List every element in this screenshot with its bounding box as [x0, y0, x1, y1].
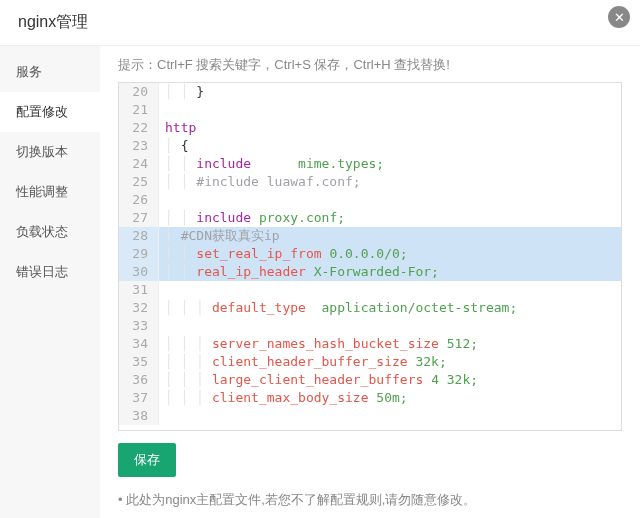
code-content: │ │ include proxy.conf;: [159, 209, 621, 227]
footer-note: 此处为nginx主配置文件,若您不了解配置规则,请勿随意修改。: [118, 491, 622, 509]
code-line[interactable]: 30│ │ real_ip_header X-Forwarded-For;: [119, 263, 621, 281]
sidebar-item[interactable]: 错误日志: [0, 252, 100, 292]
code-content: [159, 101, 621, 119]
code-line[interactable]: 34│ │ │ server_names_hash_bucket_size 51…: [119, 335, 621, 353]
line-number: 27: [119, 209, 159, 227]
code-content: │ │ │ client_header_buffer_size 32k;: [159, 353, 621, 371]
line-number: 20: [119, 83, 159, 101]
code-line[interactable]: 22http: [119, 119, 621, 137]
sidebar-item[interactable]: 性能调整: [0, 172, 100, 212]
line-number: 38: [119, 407, 159, 425]
code-line[interactable]: 26: [119, 191, 621, 209]
code-content: │ │ │ server_names_hash_bucket_size 512;: [159, 335, 621, 353]
code-line[interactable]: 20│ │ }: [119, 83, 621, 101]
code-content: [159, 191, 621, 209]
code-line[interactable]: 29│ │ set_real_ip_from 0.0.0.0/0;: [119, 245, 621, 263]
code-line[interactable]: 38: [119, 407, 621, 425]
code-line[interactable]: 36│ │ │ large_client_header_buffers 4 32…: [119, 371, 621, 389]
line-number: 29: [119, 245, 159, 263]
code-line[interactable]: 37│ │ │ client_max_body_size 50m;: [119, 389, 621, 407]
line-number: 23: [119, 137, 159, 155]
sidebar-item[interactable]: 服务: [0, 52, 100, 92]
sidebar: 服务配置修改切换版本性能调整负载状态错误日志: [0, 46, 100, 518]
line-number: 22: [119, 119, 159, 137]
main-panel: 提示：Ctrl+F 搜索关键字，Ctrl+S 保存，Ctrl+H 查找替换! 2…: [100, 46, 640, 518]
code-line[interactable]: 31: [119, 281, 621, 299]
line-number: 31: [119, 281, 159, 299]
hint-text: 提示：Ctrl+F 搜索关键字，Ctrl+S 保存，Ctrl+H 查找替换!: [118, 56, 622, 74]
code-content: │ │ #include luawaf.conf;: [159, 173, 621, 191]
code-content: │ │ set_real_ip_from 0.0.0.0/0;: [159, 245, 621, 263]
code-content: │ │ include mime.types;: [159, 155, 621, 173]
close-icon[interactable]: ✕: [608, 6, 630, 28]
line-number: 36: [119, 371, 159, 389]
code-content: │ #CDN获取真实ip: [159, 227, 621, 245]
code-content: │ {: [159, 137, 621, 155]
line-number: 21: [119, 101, 159, 119]
line-number: 35: [119, 353, 159, 371]
line-number: 25: [119, 173, 159, 191]
sidebar-item[interactable]: 配置修改: [0, 92, 100, 132]
line-number: 26: [119, 191, 159, 209]
code-content: │ │ │ default_type application/octet-str…: [159, 299, 621, 317]
body: 服务配置修改切换版本性能调整负载状态错误日志 提示：Ctrl+F 搜索关键字，C…: [0, 46, 640, 518]
line-number: 34: [119, 335, 159, 353]
sidebar-item[interactable]: 切换版本: [0, 132, 100, 172]
line-number: 28: [119, 227, 159, 245]
actions-bar: 保存: [118, 443, 622, 477]
line-number: 33: [119, 317, 159, 335]
code-editor[interactable]: 20│ │ }2122http23│ {24│ │ include mime.t…: [118, 82, 622, 431]
window-header: nginx管理 ✕: [0, 0, 640, 46]
code-line[interactable]: 21: [119, 101, 621, 119]
sidebar-item[interactable]: 负载状态: [0, 212, 100, 252]
code-line[interactable]: 23│ {: [119, 137, 621, 155]
code-line[interactable]: 32│ │ │ default_type application/octet-s…: [119, 299, 621, 317]
code-content: │ │ │ large_client_header_buffers 4 32k;: [159, 371, 621, 389]
line-number: 24: [119, 155, 159, 173]
code-content: [159, 281, 621, 299]
code-content: [159, 407, 621, 425]
code-line[interactable]: 33: [119, 317, 621, 335]
code-line[interactable]: 24│ │ include mime.types;: [119, 155, 621, 173]
code-line[interactable]: 28│ #CDN获取真实ip: [119, 227, 621, 245]
code-line[interactable]: 25│ │ #include luawaf.conf;: [119, 173, 621, 191]
code-content: │ │ │ client_max_body_size 50m;: [159, 389, 621, 407]
code-content: [159, 317, 621, 335]
code-line[interactable]: 35│ │ │ client_header_buffer_size 32k;: [119, 353, 621, 371]
line-number: 30: [119, 263, 159, 281]
line-number: 32: [119, 299, 159, 317]
code-line[interactable]: 27│ │ include proxy.conf;: [119, 209, 621, 227]
code-content: │ │ real_ip_header X-Forwarded-For;: [159, 263, 621, 281]
save-button[interactable]: 保存: [118, 443, 176, 477]
code-content: │ │ }: [159, 83, 621, 101]
window-title: nginx管理: [18, 13, 88, 30]
line-number: 37: [119, 389, 159, 407]
code-content: http: [159, 119, 621, 137]
